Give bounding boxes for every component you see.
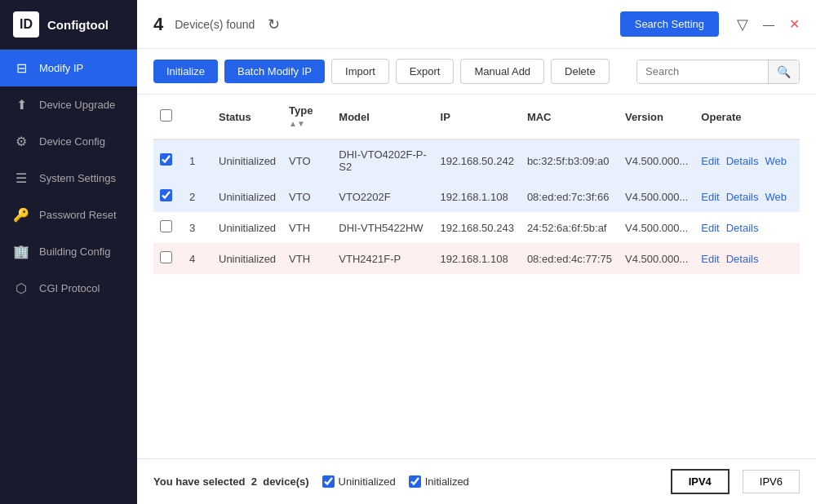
footer: You have selected 2 device(s) Uninitiali… — [137, 458, 816, 504]
sidebar-label-device-upgrade: Device Upgrade — [39, 99, 115, 111]
col-version: Version — [619, 95, 694, 139]
row-num-1: 1 — [183, 139, 212, 181]
action-edit-3[interactable]: Edit — [701, 222, 719, 234]
row-num-4: 4 — [183, 243, 212, 274]
toolbar: Initialize Batch Modify IP Import Export… — [137, 49, 816, 95]
minimize-button[interactable]: — — [763, 18, 774, 31]
row-checkbox-2[interactable] — [160, 189, 172, 201]
row-ip-1: 192.168.50.242 — [434, 139, 521, 181]
table-row: 4 Uninitialized VTH VTH2421F-P 192.168.1… — [153, 243, 800, 274]
refresh-button[interactable]: ↻ — [268, 15, 280, 33]
action-details-1[interactable]: Details — [726, 155, 759, 167]
col-ip: IP — [434, 95, 521, 139]
filter-icon[interactable]: ▽ — [737, 15, 748, 33]
action-edit-1[interactable]: Edit — [701, 155, 719, 167]
legend-initialized-label: Initialized — [425, 475, 469, 488]
col-model: Model — [332, 95, 433, 139]
row-version-4: V4.500.000... — [619, 243, 694, 274]
logo-icon: ID — [13, 11, 39, 38]
legend-initialized-checkbox[interactable] — [409, 475, 421, 488]
row-status-2: Uninitialized — [212, 181, 282, 212]
action-edit-2[interactable]: Edit — [701, 191, 719, 203]
delete-button[interactable]: Delete — [551, 59, 610, 84]
table-row: 1 Uninitialized VTO DHI-VTO4202F-P-S2 19… — [153, 139, 800, 181]
row-actions-1: EditDetailsWeb — [694, 139, 800, 181]
search-setting-button[interactable]: Search Setting — [620, 11, 719, 37]
row-checkbox-1[interactable] — [160, 153, 172, 166]
device-table: Status Type ▲▼ Model IP MAC Version Oper… — [153, 95, 800, 274]
search-input[interactable] — [637, 60, 768, 82]
row-actions-4: EditDetails — [694, 243, 800, 274]
app-logo: ID Configtool — [0, 0, 137, 50]
row-checkbox-3[interactable] — [160, 220, 172, 232]
legend-initialized: Initialized — [409, 475, 469, 488]
row-mac-4: 08:ed:ed:4c:77:75 — [521, 243, 619, 274]
sidebar-item-device-upgrade[interactable]: ⬆ Device Upgrade — [0, 86, 137, 123]
row-mac-2: 08:ed:ed:7c:3f:66 — [521, 181, 619, 212]
import-button[interactable]: Import — [331, 59, 389, 84]
row-mac-3: 24:52:6a:6f:5b:af — [521, 212, 619, 243]
type-sort-icon[interactable]: ▲▼ — [289, 119, 305, 128]
action-details-2[interactable]: Details — [726, 191, 759, 203]
sidebar-item-cgi-protocol[interactable]: ⬡ CGI Protocol — [0, 270, 137, 307]
row-model-3: DHI-VTH5422HW — [332, 212, 433, 243]
sidebar: ID Configtool ⊟ Modify IP ⬆ Device Upgra… — [0, 0, 137, 504]
row-version-1: V4.500.000... — [619, 139, 694, 181]
sidebar-icon-modify-ip: ⊟ — [13, 60, 29, 76]
row-type-2: VTO — [282, 181, 332, 212]
col-operate: Operate — [694, 95, 800, 139]
search-box: 🔍 — [636, 60, 800, 84]
sidebar-label-system-settings: System Settings — [39, 172, 116, 184]
sidebar-item-device-config[interactable]: ⚙ Device Config — [0, 123, 137, 160]
table-header-row: Status Type ▲▼ Model IP MAC Version Oper… — [153, 95, 800, 139]
row-status-4: Uninitialized — [212, 243, 282, 274]
device-found-label: Device(s) found — [175, 18, 255, 31]
row-actions-3: EditDetails — [694, 212, 800, 243]
sidebar-item-password-reset[interactable]: 🔑 Password Reset — [0, 197, 137, 233]
col-num — [183, 95, 212, 139]
row-version-3: V4.500.000... — [619, 212, 694, 243]
close-button[interactable]: ✕ — [789, 16, 800, 32]
ipv4-button[interactable]: IPV4 — [671, 469, 730, 494]
row-ip-4: 192.168.1.108 — [434, 243, 521, 274]
header: 4 Device(s) found ↻ Search Setting ▽ — ✕ — [137, 0, 816, 49]
row-type-1: VTO — [282, 139, 332, 181]
row-ip-3: 192.168.50.243 — [434, 212, 521, 243]
sidebar-label-building-config: Building Config — [39, 245, 110, 258]
row-model-4: VTH2421F-P — [332, 243, 433, 274]
action-edit-4[interactable]: Edit — [701, 253, 719, 265]
sidebar-item-modify-ip[interactable]: ⊟ Modify IP — [0, 50, 137, 86]
sidebar-icon-password-reset: 🔑 — [13, 207, 29, 223]
action-web-2[interactable]: Web — [765, 191, 787, 203]
row-actions-2: EditDetailsWeb — [694, 181, 800, 212]
sidebar-item-building-config[interactable]: 🏢 Building Config — [0, 233, 137, 270]
selected-count: 2 — [251, 475, 257, 488]
selected-unit: device(s) — [263, 475, 308, 488]
ipv6-button[interactable]: IPV6 — [743, 470, 800, 493]
row-checkbox-4[interactable] — [160, 251, 172, 263]
sidebar-label-device-config: Device Config — [39, 135, 105, 148]
row-model-1: DHI-VTO4202F-P-S2 — [332, 139, 433, 181]
select-all-checkbox[interactable] — [160, 109, 172, 122]
search-icon-button[interactable]: 🔍 — [768, 60, 799, 83]
legend-uninitialized-checkbox[interactable] — [322, 475, 335, 488]
sidebar-icon-building-config: 🏢 — [13, 244, 29, 259]
sidebar-label-password-reset: Password Reset — [39, 209, 117, 221]
export-button[interactable]: Export — [396, 59, 455, 84]
row-ip-2: 192.168.1.108 — [434, 181, 521, 212]
batch-modify-ip-button[interactable]: Batch Modify IP — [224, 60, 325, 83]
action-details-3[interactable]: Details — [726, 222, 759, 234]
col-status: Status — [212, 95, 282, 139]
sidebar-label-modify-ip: Modify IP — [39, 62, 83, 74]
row-status-3: Uninitialized — [212, 212, 282, 243]
table-row: 2 Uninitialized VTO VTO2202F 192.168.1.1… — [153, 181, 800, 212]
action-web-1[interactable]: Web — [765, 155, 787, 167]
initialize-button[interactable]: Initialize — [153, 60, 218, 83]
action-details-4[interactable]: Details — [726, 253, 759, 265]
manual-add-button[interactable]: Manual Add — [460, 59, 544, 84]
sidebar-icon-device-upgrade: ⬆ — [13, 97, 29, 113]
sidebar-item-system-settings[interactable]: ☰ System Settings — [0, 160, 137, 197]
device-table-container: Status Type ▲▼ Model IP MAC Version Oper… — [137, 95, 816, 458]
col-mac: MAC — [521, 95, 619, 139]
row-mac-1: bc:32:5f:b3:09:a0 — [521, 139, 619, 181]
